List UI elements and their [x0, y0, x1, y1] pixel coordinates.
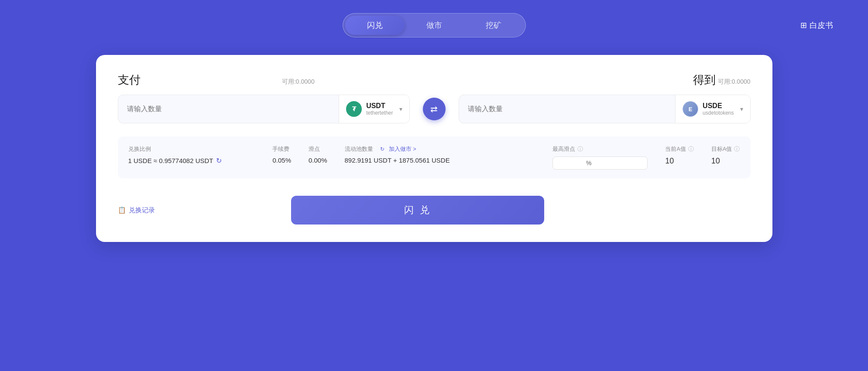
input-row: ₮ USDT tethertether ▾ ⇄ E	[118, 95, 751, 123]
payment-available: 可用:0.0000	[282, 78, 315, 85]
refresh-icon[interactable]: ↻	[216, 157, 222, 165]
record-label: 兑换记录	[129, 206, 155, 214]
receive-token-sub: usdetotokens	[703, 110, 734, 116]
record-icon: 📋	[118, 206, 126, 214]
payment-token-info: USDT tethertether	[366, 102, 393, 116]
slippage-input-wrap: %	[552, 157, 648, 170]
pool-label-row: 流动池数量 ↻ 加入做市 >	[345, 145, 535, 153]
swap-direction-button[interactable]: ⇄	[423, 98, 446, 120]
ratio-label: 兑换比例	[128, 145, 255, 153]
ratio-value: 1 USDE ≈ 0.95774082 USDT	[128, 157, 213, 164]
fee-value: 0.05%	[272, 157, 291, 164]
max-slippage-label-row: 最高滑点 ⓘ	[552, 145, 648, 153]
pool-item: 流动池数量 ↻ 加入做市 > 892.9191 USDT + 1875.0561…	[345, 145, 535, 164]
swap-header: 支付 可用:0.0000 得到 可用:0.0000	[118, 72, 751, 88]
whitepaper-label: 白皮书	[810, 20, 833, 31]
book-icon: ⊞	[800, 20, 807, 30]
receive-token-info: USDE usdetotokens	[703, 102, 734, 116]
current-a-item: 当前A值 ⓘ 10	[665, 145, 694, 166]
max-slippage-label: 最高滑点	[552, 145, 575, 153]
target-a-label-row: 目标A值 ⓘ	[711, 145, 740, 153]
pool-refresh-icon[interactable]: ↻	[380, 146, 384, 152]
main-swap-card: 支付 可用:0.0000 得到 可用:0.0000 ₮ USDT tethe	[96, 55, 772, 242]
target-a-value: 10	[711, 157, 740, 166]
tab-market-making[interactable]: 做市	[405, 16, 464, 35]
max-slippage-info-icon[interactable]: ⓘ	[577, 145, 583, 153]
payment-amount-input[interactable]	[118, 95, 339, 123]
info-row: 兑换比例 1 USDE ≈ 0.95774082 USDT ↻ 手续费 0.05…	[118, 136, 751, 178]
current-a-label: 当前A值	[665, 145, 686, 153]
receive-input-section: E USDE usdetotokens ▾	[459, 95, 751, 123]
receive-token-selector[interactable]: E USDE usdetotokens ▾	[675, 95, 750, 123]
payment-token-selector[interactable]: ₮ USDT tethertether ▾	[339, 95, 409, 123]
percent-label: %	[586, 160, 591, 167]
top-navigation: 闪兑 做市 挖矿 ⊞ 白皮书	[9, 9, 859, 42]
target-a-info-icon[interactable]: ⓘ	[734, 145, 740, 153]
receive-token-name: USDE	[703, 102, 734, 110]
receive-side-header: 得到 可用:0.0000	[452, 72, 751, 88]
target-a-item: 目标A值 ⓘ 10	[711, 145, 740, 166]
tab-flash-swap[interactable]: 闪兑	[345, 16, 405, 35]
payment-chevron-icon: ▾	[399, 106, 402, 112]
target-a-label: 目标A值	[711, 145, 732, 153]
payment-side-header: 支付 可用:0.0000	[118, 72, 417, 88]
max-slippage-item: 最高滑点 ⓘ %	[552, 145, 648, 170]
exchange-ratio-item: 兑换比例 1 USDE ≈ 0.95774082 USDT ↻	[128, 145, 255, 165]
bottom-section: 📋 兑换记录 闪 兑	[118, 196, 751, 225]
receive-label: 得到	[693, 73, 716, 86]
fee-item: 手续费 0.05%	[272, 145, 291, 164]
receive-available: 可用:0.0000	[718, 78, 751, 85]
whitepaper-link[interactable]: ⊞ 白皮书	[800, 20, 833, 31]
nav-tabs-container: 闪兑 做市 挖矿	[343, 13, 526, 37]
slippage-item: 滑点 0.00%	[309, 145, 327, 164]
max-slippage-input[interactable]	[558, 160, 584, 167]
receive-chevron-icon: ▾	[740, 106, 743, 112]
slippage-label: 滑点	[309, 145, 327, 153]
usde-icon: E	[683, 101, 698, 117]
exchange-record-link[interactable]: 📋 兑换记录	[118, 206, 155, 214]
join-market-link[interactable]: 加入做市 >	[389, 145, 416, 153]
current-a-label-row: 当前A值 ⓘ	[665, 145, 694, 153]
current-a-value: 10	[665, 157, 694, 166]
payment-token-sub: tethertether	[366, 110, 393, 116]
payment-label: 支付	[118, 73, 141, 86]
pool-label: 流动池数量	[345, 145, 373, 153]
usdt-icon: ₮	[346, 101, 362, 117]
fee-label: 手续费	[272, 145, 291, 153]
payment-token-name: USDT	[366, 102, 393, 110]
current-a-info-icon[interactable]: ⓘ	[688, 145, 694, 153]
receive-amount-input[interactable]	[459, 95, 676, 123]
swap-arrows-icon: ⇄	[430, 104, 438, 114]
payment-input-section: ₮ USDT tethertether ▾	[118, 95, 410, 123]
swap-button-wrapper: ⇄	[417, 98, 452, 120]
pool-value: 892.9191 USDT + 1875.0561 USDE	[345, 157, 535, 164]
slippage-value: 0.00%	[309, 157, 327, 164]
tab-mining[interactable]: 挖矿	[464, 16, 523, 35]
flash-swap-button[interactable]: 闪 兑	[291, 196, 544, 225]
